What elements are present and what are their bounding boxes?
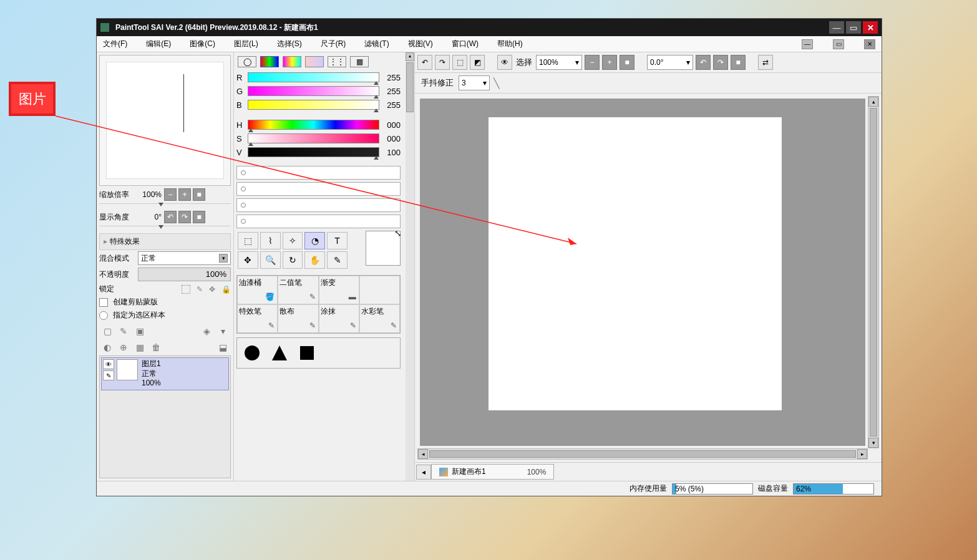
doc-restore-button[interactable]: ▭ xyxy=(833,39,844,49)
tool-text[interactable]: T xyxy=(327,232,348,249)
brush-watercolor[interactable]: 水彩笔✎ xyxy=(359,304,400,333)
tool-rect-select[interactable]: ⬚ xyxy=(238,232,258,249)
colormode-mixer[interactable] xyxy=(305,56,324,67)
tool-lasso[interactable]: ⌇ xyxy=(260,232,281,249)
layer-item[interactable]: 👁 ✎ 图层1 正常 100% xyxy=(101,357,229,390)
undo-button[interactable]: ↶ xyxy=(417,55,432,70)
tool-zoom[interactable]: 🔍 xyxy=(260,251,281,269)
brush-empty[interactable] xyxy=(359,276,400,304)
tool-selpen[interactable]: ◔ xyxy=(304,232,325,249)
transfer-icon[interactable]: ◈ xyxy=(201,326,212,337)
tab-scroll-left[interactable]: ◂ xyxy=(416,465,431,480)
tool-eyedropper[interactable]: ✎ xyxy=(327,251,348,269)
show-sel-button[interactable]: 👁 xyxy=(497,55,512,70)
zoom-fit-button[interactable]: ■ xyxy=(620,55,634,70)
menu-edit[interactable]: 编辑(E) xyxy=(146,39,171,49)
lock-move-icon[interactable]: ✥ xyxy=(209,285,215,294)
canvas[interactable] xyxy=(488,117,782,410)
delete-layer-icon[interactable]: 🗑 xyxy=(150,342,162,353)
new-linework-icon[interactable]: ✎ xyxy=(118,326,129,337)
minimize-button[interactable]: — xyxy=(829,21,844,34)
swatch-3[interactable] xyxy=(236,198,401,212)
flatten-icon[interactable]: ⬓ xyxy=(217,342,228,353)
angle-select[interactable]: 0.0°▾ xyxy=(647,55,693,70)
brush-scatter[interactable]: 散布✎ xyxy=(278,304,318,333)
new-layer-icon[interactable]: ▢ xyxy=(102,326,113,337)
shape-circle[interactable] xyxy=(242,343,262,363)
zoom-out-button[interactable]: − xyxy=(164,188,177,201)
shape-square[interactable] xyxy=(297,343,317,363)
menu-view[interactable]: 视图(V) xyxy=(408,39,433,49)
sample-radio[interactable] xyxy=(99,311,108,320)
rotate-cw-button[interactable]: ↷ xyxy=(178,211,191,223)
brush-bucket[interactable]: 油漆桶🪣 xyxy=(237,276,278,304)
mask-icon[interactable]: ◐ xyxy=(102,342,113,353)
apply-mask-icon[interactable]: ⊕ xyxy=(118,342,129,353)
zoom-reset-button[interactable]: ■ xyxy=(193,188,205,201)
lock-all-icon[interactable]: 🔒 xyxy=(221,285,231,294)
mid-scrollbar[interactable]: ▴ xyxy=(406,52,414,481)
shape-triangle[interactable] xyxy=(270,343,289,363)
flip-button[interactable]: ⇄ xyxy=(758,55,773,70)
maximize-button[interactable]: ▭ xyxy=(846,21,861,34)
tool-move[interactable]: ✥ xyxy=(238,251,258,269)
lock-paint-icon[interactable]: ✎ xyxy=(197,285,203,294)
rotate-reset-button2[interactable]: ■ xyxy=(731,55,746,70)
zoom-out-button2[interactable]: − xyxy=(585,55,600,70)
layer-edit-icon[interactable]: ✎ xyxy=(103,370,114,380)
fx-header[interactable]: ▸特殊效果 xyxy=(99,233,231,250)
h-slider[interactable] xyxy=(248,120,379,130)
clip-checkbox[interactable] xyxy=(99,298,108,307)
horizontal-scrollbar[interactable]: ◂▸ xyxy=(417,448,868,460)
lock-pixels-icon[interactable] xyxy=(182,285,190,294)
tool-hand[interactable]: ✋ xyxy=(304,251,325,269)
rotate-ccw-button[interactable]: ↶ xyxy=(164,211,177,223)
rotate-reset-button[interactable]: ■ xyxy=(193,211,205,223)
vertical-scrollbar[interactable]: ▴▾ xyxy=(868,96,879,448)
colormode-scratchpad[interactable]: ▦ xyxy=(350,56,369,67)
new-folder-icon[interactable]: ▣ xyxy=(134,326,145,337)
menu-filter[interactable]: 滤镜(T) xyxy=(364,39,389,49)
layer-list[interactable]: 👁 ✎ 图层1 正常 100% xyxy=(99,355,231,478)
redo-button[interactable]: ↷ xyxy=(435,55,450,70)
clear-icon[interactable]: ▦ xyxy=(134,342,145,353)
menu-ruler[interactable]: 尺子(R) xyxy=(321,39,346,49)
zoom-in-button2[interactable]: + xyxy=(602,55,617,70)
menu-help[interactable]: 帮助(H) xyxy=(497,39,523,49)
colormode-rgb[interactable] xyxy=(260,56,279,67)
navigator[interactable] xyxy=(99,55,231,186)
brush-binary[interactable]: 二值笔✎ xyxy=(278,276,318,304)
r-slider[interactable] xyxy=(248,72,379,82)
menu-layer[interactable]: 图层(L) xyxy=(234,39,258,49)
tool-wand[interactable]: ✧ xyxy=(283,232,303,249)
doc-minimize-button[interactable]: — xyxy=(802,39,813,49)
canvas-viewport[interactable] xyxy=(420,99,865,446)
blend-select[interactable]: 正常▾ xyxy=(138,251,231,265)
swatch-4[interactable] xyxy=(236,215,401,228)
invert-button[interactable]: ◩ xyxy=(470,55,485,70)
zoom-in-button[interactable]: + xyxy=(178,188,191,201)
colormode-hsv[interactable] xyxy=(283,56,301,67)
document-tab[interactable]: 新建画布1 100% xyxy=(431,464,554,480)
doc-close-button[interactable]: ✕ xyxy=(864,39,875,49)
s-slider[interactable] xyxy=(248,133,379,143)
brush-fx[interactable]: 特效笔✎ xyxy=(237,304,278,333)
rotate-cw-button2[interactable]: ↷ xyxy=(713,55,728,70)
v-slider[interactable] xyxy=(248,147,379,157)
colormode-swatches[interactable]: ⋮⋮ xyxy=(328,56,346,67)
menu-select[interactable]: 选择(S) xyxy=(277,39,302,49)
menu-window[interactable]: 窗口(W) xyxy=(452,39,479,49)
deselect-button[interactable]: ⬚ xyxy=(452,55,467,70)
b-slider[interactable] xyxy=(248,100,379,110)
swatch-2[interactable] xyxy=(236,182,401,196)
opacity-slider[interactable]: 100% xyxy=(138,268,231,281)
merge-icon[interactable]: ▾ xyxy=(217,326,228,337)
brush-smudge[interactable]: 涂抹✎ xyxy=(319,304,359,333)
brush-gradient[interactable]: 渐变▬ xyxy=(319,276,359,304)
colormode-wheel[interactable]: ◯ xyxy=(238,56,256,67)
tool-rotate[interactable]: ↻ xyxy=(283,251,303,269)
swap-colors-icon[interactable]: ⤡ xyxy=(394,228,402,238)
close-button[interactable]: ✕ xyxy=(863,21,878,34)
g-slider[interactable] xyxy=(248,86,379,96)
menu-image[interactable]: 图像(C) xyxy=(190,39,215,49)
